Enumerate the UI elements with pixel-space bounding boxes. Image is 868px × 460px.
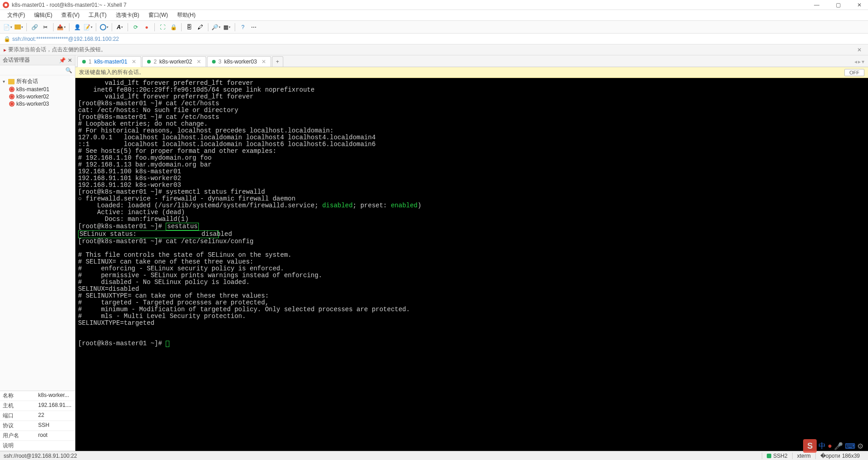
menu-bar: 文件(F) 编辑(E) 查看(V) 工具(T) 选项卡(B) 窗口(W) 帮助(… [0,10,868,21]
search-icon[interactable]: 🔍 [65,67,72,73]
status-address: ssh://root@192.168.91.100:22 [4,453,77,459]
toolbar: 📄 🔗 ✂ 📤 👤 📝 A ⟳ ● ⛶ 🔒 🗄 🖍 🔎 ▦ ? ⋯ [0,21,868,34]
content-area: 1 k8s-master01 ✕ 2 k8s-worker02 ✕ 3 k8s-… [75,55,868,451]
tree-collapse-icon[interactable]: ▾ [3,79,8,84]
highlight-button[interactable]: 🖍 [195,22,205,32]
session-tabs: 1 k8s-master01 ✕ 2 k8s-worker02 ✕ 3 k8s-… [75,55,868,67]
menu-window[interactable]: 窗口(W) [145,10,172,20]
menu-edit[interactable]: 编辑(E) [30,10,56,20]
tree-session-label: k8s-worker02 [16,93,49,100]
address-bar[interactable]: 🔒 ssh://root:***************@192.168.91.… [0,34,868,44]
calc-button[interactable]: 🗄 [184,22,194,32]
window-title: k8s-master01 - root@k8s-master01:~ - Xsh… [12,2,127,8]
title-bar: k8s-master01 - root@k8s-master01:~ - Xsh… [0,0,868,10]
session-icon [9,94,15,99]
reconnect-button[interactable]: 🔗 [30,22,39,32]
tree-session-k8s-worker02[interactable]: k8s-worker02 [1,93,74,100]
status-dot-icon [82,60,86,64]
tabs-list-button[interactable]: ▾ [862,59,864,65]
menu-help[interactable]: 帮助(H) [173,10,199,20]
tab-close-button[interactable]: ✕ [261,59,266,65]
menu-file[interactable]: 文件(F) [4,10,29,20]
status-term: xterm [792,453,815,459]
session-properties: 名称k8s-worker... 主机192.168.91.... 端口22 协议… [0,391,75,451]
tab-k8s-master01[interactable]: 1 k8s-master01 ✕ [77,56,141,67]
prop-port: 端口22 [0,411,75,421]
new-session-button[interactable]: 📄 [3,22,13,32]
broadcast-bar: 发送键盘输入的所有会话。 OFF [75,67,868,78]
session-manager-panel: 会话管理器 📌 ✕ 🔍 ▾ 所有会话 k8s-master01 k8s-work… [0,55,75,451]
watermark-icon: ⌨ [845,442,855,450]
broadcast-text: 发送键盘输入的所有会话。 [79,69,144,76]
session-manager-title: 会话管理器 [3,56,30,64]
folder-icon [8,79,15,84]
menu-tab[interactable]: 选项卡(B) [112,10,143,20]
address-text: ssh://root:***************@192.168.91.10… [12,36,119,42]
watermark-s-icon: S [803,439,817,453]
prop-description: 说明 [0,441,75,451]
panel-close-button[interactable]: ✕ [68,57,72,64]
tree-session-label: k8s-worker03 [16,101,49,107]
tab-close-button[interactable]: ✕ [132,59,136,65]
info-close-button[interactable]: ✕ [854,47,864,53]
tab-close-button[interactable]: ✕ [197,59,201,65]
minimize-button[interactable]: — [810,2,823,8]
led-icon [767,454,771,458]
menu-tools[interactable]: 工具(T) [85,10,110,20]
tabs-next-button[interactable]: ▸ [858,59,861,65]
compose-button[interactable]: 📝 [83,22,93,32]
lock-button[interactable]: 🔒 [168,22,178,32]
watermark-overlay: S 中 ● 🎤 ⌨ ⚙ [803,439,863,453]
session-icon [9,87,15,92]
lock-icon: 🔒 [4,36,10,42]
tabs-prev-button[interactable]: ◂ [854,59,857,65]
prop-protocol: 协议SSH [0,421,75,431]
tree-session-label: k8s-master01 [16,86,49,93]
tab-k8s-worker03[interactable]: 3 k8s-worker03 ✕ [207,56,271,67]
session-icon [9,101,15,107]
layout-button[interactable]: ▦ [222,22,232,32]
tree-root-label: 所有会话 [16,78,38,85]
pin-button[interactable]: 📌 [59,57,66,64]
status-ssh: SSH2 [762,453,792,459]
status-size: �ороти186x39 [815,453,864,459]
terminal[interactable]: valid_lft forever preferred_lft forever … [75,78,868,451]
status-bar: ssh://root@192.168.91.100:22 SSH2 xterm … [0,451,868,460]
broadcast-toggle-button[interactable]: OFF [844,69,864,76]
record-button[interactable]: ● [142,22,152,32]
info-text: 要添加当前会话，点击左侧的箭头按钮。 [8,46,106,54]
font-button[interactable]: A [115,22,125,32]
prop-username: 用户名root [0,431,75,441]
menu-view[interactable]: 查看(V) [58,10,83,20]
prop-name: 名称k8s-worker... [0,391,75,401]
info-bar: ▸ 要添加当前会话，点击左侧的箭头按钮。 ✕ [0,44,868,55]
watermark-icon: ⚙ [857,442,863,450]
globe-button[interactable] [99,22,109,32]
open-button[interactable] [14,22,24,32]
tree-session-k8s-master01[interactable]: k8s-master01 [1,86,74,93]
tab-k8s-worker02[interactable]: 2 k8s-worker02 ✕ [142,56,206,67]
help-button[interactable]: ? [238,22,248,32]
watermark-icon: 🎤 [834,442,843,450]
watermark-icon: 中 [819,441,826,451]
flag-icon: ▸ [4,47,6,53]
addressbook-button[interactable]: 👤 [72,22,82,32]
refresh-button[interactable]: ⟳ [131,22,141,32]
transfer-button[interactable]: 📤 [56,22,66,32]
close-button[interactable]: ✕ [853,2,865,8]
maximize-button[interactable]: ▢ [832,2,844,8]
session-manager-header: 会话管理器 📌 ✕ [0,55,75,65]
watermark-icon: ● [828,442,832,450]
search-tool-button[interactable]: 🔎 [211,22,221,32]
more-button[interactable]: ⋯ [249,22,259,32]
new-tab-button[interactable]: + [272,56,283,67]
status-dot-icon [147,60,151,64]
prop-host: 主机192.168.91.... [0,401,75,411]
status-dot-icon [212,60,216,64]
fullscreen-button[interactable]: ⛶ [158,22,168,32]
tree-session-k8s-worker03[interactable]: k8s-worker03 [1,100,74,108]
disconnect-button[interactable]: ✂ [40,22,50,32]
session-tree: ▾ 所有会话 k8s-master01 k8s-worker02 k8s-wor… [0,75,75,391]
app-icon [3,2,9,8]
tree-root[interactable]: ▾ 所有会话 [1,77,74,86]
